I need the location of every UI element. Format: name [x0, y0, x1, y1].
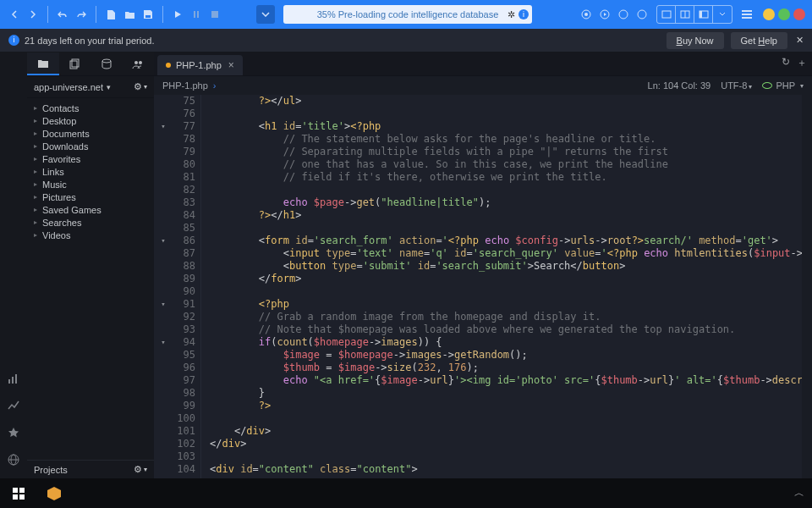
item-label: Music: [42, 179, 67, 190]
sidebar-tab-db[interactable]: [91, 52, 123, 75]
gear-icon[interactable]: ✲: [508, 9, 515, 20]
layout-split-icon[interactable]: [676, 6, 694, 23]
modified-dot-icon: [166, 63, 171, 68]
sidebar-item[interactable]: ▸Favorites: [27, 152, 154, 165]
sidebar-item[interactable]: ▸Documents: [27, 127, 154, 140]
item-label: Searches: [42, 218, 81, 228]
sidebar-tab-users[interactable]: [123, 52, 155, 75]
svg-rect-0: [145, 15, 151, 18]
svg-rect-23: [70, 61, 77, 69]
svg-point-26: [134, 61, 138, 64]
layout-single-icon[interactable]: [657, 6, 676, 23]
sidebar-item[interactable]: ▸Downloads: [27, 140, 154, 152]
add-tab-icon[interactable]: ＋: [797, 56, 807, 70]
host-selector[interactable]: app-universe.net ▾ ⚙▾: [27, 76, 154, 98]
sidebar-tab-copy[interactable]: [59, 52, 91, 75]
line-chart-icon[interactable]: [5, 397, 22, 414]
sidebar-item[interactable]: ▸Saved Games: [27, 203, 154, 216]
encoding[interactable]: UTF-8▾: [721, 80, 752, 91]
start-button[interactable]: [0, 478, 37, 508]
projects-header[interactable]: Projects ⚙▾: [27, 460, 154, 478]
main-toolbar: 35% Pre-loading code intelligence databa…: [0, 0, 812, 29]
sidebar-item[interactable]: ▸Links: [27, 165, 154, 178]
hamburger-icon[interactable]: [738, 5, 756, 24]
globe-icon[interactable]: [5, 451, 22, 468]
chevron-right-icon: ▸: [34, 130, 42, 137]
svg-point-25: [102, 59, 111, 63]
save-button[interactable]: [139, 5, 157, 24]
pause-button[interactable]: [187, 5, 206, 24]
code-content[interactable]: ?></ul> <h1 id='title'><?php // The stat…: [201, 95, 812, 478]
svg-rect-31: [19, 494, 25, 500]
close-icon[interactable]: ✕: [796, 35, 804, 46]
code-area[interactable]: ▾▾▾▾ 75767778798081828384858687888990919…: [154, 95, 812, 478]
new-file-button[interactable]: [102, 5, 120, 24]
eye-icon: [762, 82, 772, 89]
breadcrumb[interactable]: PHP-1.php ›: [154, 76, 639, 95]
tab-label: PHP-1.php: [176, 60, 222, 70]
star-icon[interactable]: [5, 424, 22, 441]
host-label: app-universe.net: [34, 82, 103, 92]
tray-chevron-up-icon[interactable]: ︿: [787, 486, 812, 500]
play-small-icon[interactable]: [595, 5, 614, 24]
stop-button[interactable]: [206, 5, 224, 24]
editor-area: PHP-1.php × ↻ ＋ PHP-1.php › Ln: 104 Col:…: [154, 52, 812, 478]
item-label: Downloads: [42, 141, 88, 152]
minimize-dot[interactable]: [763, 8, 775, 20]
sidebar-item[interactable]: ▸Desktop: [27, 114, 154, 127]
open-file-button[interactable]: [120, 5, 139, 24]
info-icon[interactable]: i: [518, 9, 529, 19]
buy-now-button[interactable]: Buy Now: [667, 32, 724, 49]
forward-button[interactable]: [24, 5, 42, 24]
projects-label: Projects: [34, 465, 68, 475]
svg-rect-18: [12, 377, 14, 384]
chevron-right-icon: ▸: [34, 218, 42, 226]
svg-rect-13: [700, 11, 702, 18]
chart-icon[interactable]: [5, 370, 22, 387]
run-button[interactable]: [168, 5, 187, 24]
language-mode[interactable]: PHP▾: [762, 80, 804, 91]
circle-icon-2[interactable]: [633, 5, 651, 24]
info-icon: i: [8, 35, 19, 46]
layout-panel-icon[interactable]: [694, 6, 713, 23]
cursor-position[interactable]: Ln: 104 Col: 39: [648, 80, 711, 91]
tab-php-1[interactable]: PHP-1.php ×: [157, 55, 243, 75]
reload-icon[interactable]: ↻: [782, 56, 790, 70]
item-label: Saved Games: [42, 205, 102, 215]
circle-icon[interactable]: [614, 5, 633, 24]
sidebar-item[interactable]: ▸Searches: [27, 216, 154, 229]
svg-rect-3: [211, 11, 218, 18]
status-row: Ln: 104 Col: 39 UTF-8▾ PHP▾: [639, 76, 812, 95]
item-label: Videos: [42, 230, 70, 240]
svg-point-27: [139, 61, 142, 64]
get-help-button[interactable]: Get Help: [731, 32, 787, 49]
close-dot[interactable]: [793, 8, 805, 20]
back-button[interactable]: [5, 5, 24, 24]
sidebar-item[interactable]: ▸Videos: [27, 229, 154, 241]
line-number-gutter: 7576777879808182838485868788899091929394…: [173, 95, 201, 478]
taskbar-app[interactable]: [37, 478, 71, 508]
separator: [47, 6, 48, 23]
record-icon[interactable]: [577, 5, 595, 24]
sidebar-tab-files[interactable]: [27, 52, 59, 75]
separator: [96, 6, 96, 23]
close-icon[interactable]: ×: [228, 59, 234, 71]
search-bar[interactable]: 35% Pre-loading code intelligence databa…: [283, 5, 532, 24]
sidebar-item[interactable]: ▸Pictures: [27, 190, 154, 203]
fold-gutter[interactable]: ▾▾▾▾: [154, 95, 173, 478]
chevron-right-icon: ▸: [34, 117, 42, 124]
undo-button[interactable]: [53, 5, 72, 24]
item-label: Contacts: [42, 103, 79, 113]
redo-button[interactable]: [72, 5, 91, 24]
svg-point-7: [619, 10, 628, 19]
trial-bar: i 21 days left on your trial period. Buy…: [0, 29, 812, 52]
chevron-right-icon: ▸: [34, 104, 42, 112]
sidebar-item[interactable]: ▸Contacts: [27, 102, 154, 114]
gear-icon[interactable]: ⚙: [134, 81, 142, 92]
svg-rect-24: [72, 59, 79, 67]
gear-icon[interactable]: ⚙: [134, 464, 142, 475]
maximize-dot[interactable]: [778, 8, 790, 20]
sidebar-item[interactable]: ▸Music: [27, 178, 154, 190]
more-dropdown[interactable]: [256, 5, 275, 24]
layout-more-icon[interactable]: [713, 6, 732, 23]
